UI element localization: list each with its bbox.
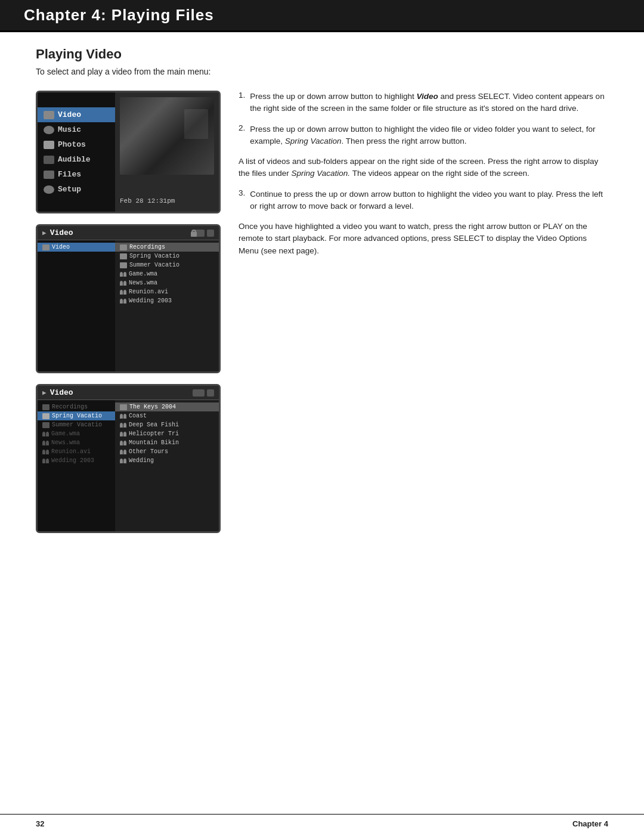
screen2-right-item-game: Game.wma <box>115 270 219 278</box>
screen1-menu-right: Feb 28 12:31pm <box>115 92 219 212</box>
file-dot2 <box>123 459 126 463</box>
screen2-recordings-label: Recordings <box>129 244 165 250</box>
folder-icon <box>120 253 127 259</box>
file-icon-pair <box>120 281 126 286</box>
screen3-right-mountain: Mountain Bikin <box>115 438 219 447</box>
screen2-title-text: Video <box>50 228 73 237</box>
screen3-device: ▶ Video Recordings <box>36 384 221 533</box>
file-icon-pair <box>120 450 126 454</box>
screen2-header-title: ▶ Video <box>42 228 73 237</box>
screen3-left-summer: Summer Vacatio <box>38 420 115 429</box>
folder-icon <box>120 262 127 268</box>
screen3-left-panel: Recordings Spring Vacatio Summer Vacatio <box>38 400 115 531</box>
screen2-left-item-video-label: Video <box>52 244 70 250</box>
folder-icon <box>120 404 127 410</box>
screen3-right-deepsea: Deep Sea Fishi <box>115 420 219 429</box>
steps-column: 1. Press the up or down arrow button to … <box>239 91 608 265</box>
folder-icon <box>120 244 127 250</box>
file-dot2 <box>46 459 49 463</box>
content-area: Video Music Photos Audible <box>36 91 608 533</box>
folder-open-icon <box>42 413 49 419</box>
step3-extra: Once you have highlighted a video you wa… <box>239 221 608 257</box>
menu-item-setup: Setup <box>38 182 115 197</box>
file-dot2 <box>46 432 49 436</box>
menu-item-video-label: Video <box>58 110 81 119</box>
menu-item-music: Music <box>38 122 115 137</box>
screen3-wedding-label: Wedding 2003 <box>51 457 94 464</box>
file-icon-pair <box>42 441 49 445</box>
file-dot1 <box>120 299 123 304</box>
screen2-summer-label: Summer Vacatio <box>129 262 179 268</box>
audible-icon <box>44 156 54 164</box>
screen3-spring-label: Spring Vacatio <box>52 413 102 419</box>
screen3-left-recordings: Recordings <box>38 402 115 411</box>
file-dot2 <box>46 441 49 445</box>
screen1-content: Video Music Photos Audible <box>38 92 219 212</box>
file-icon-pair <box>120 432 126 436</box>
screen2-wedding-label: Wedding 2003 <box>129 298 172 304</box>
step3-number: 3. <box>239 188 245 213</box>
screen2-news-label: News.wma <box>129 280 157 286</box>
screen3-header-title: ▶ Video <box>42 388 73 397</box>
folder-icon <box>42 244 49 250</box>
screen3-helicopter-label: Helicopter Tri <box>129 431 179 437</box>
file-dot1 <box>42 450 45 454</box>
photos-icon <box>44 141 54 149</box>
file-dot2 <box>123 290 126 295</box>
screen3-right-coast: Coast <box>115 411 219 420</box>
file-icon-pair <box>120 423 126 428</box>
file-dot1 <box>120 272 123 277</box>
file-dot2 <box>123 414 126 419</box>
screen3-deepsea-label: Deep Sea Fishi <box>129 422 179 428</box>
file-icon-pair <box>120 414 126 419</box>
screen2-reunion-label: Reunion.avi <box>129 289 168 295</box>
step1: 1. Press the up or down arrow button to … <box>239 91 608 115</box>
screen3-btn1 <box>193 389 205 397</box>
file-icon-pair <box>120 299 126 304</box>
screen2-right-item-wedding: Wedding 2003 <box>115 296 219 305</box>
menu-item-files: Files <box>38 167 115 182</box>
screen2-game-label: Game.wma <box>129 271 157 277</box>
screen1-timestamp: Feb 28 12:31pm <box>120 195 214 207</box>
screen3-keys-label: The Keys 2004 <box>129 404 176 410</box>
menu-item-photos-label: Photos <box>58 140 86 149</box>
screen2-header-controls <box>190 230 214 237</box>
file-icon-pair <box>42 432 49 436</box>
screen2-header-icon: ▶ <box>42 229 47 237</box>
screen2-left-panel: Video <box>38 240 115 371</box>
screen3-mountain-label: Mountain Bikin <box>129 439 179 446</box>
file-dot1 <box>120 450 123 454</box>
file-dot2 <box>46 450 49 454</box>
screen2-btn2 <box>207 230 214 237</box>
step2-extra: A list of videos and sub-folders appear … <box>239 156 608 180</box>
file-dot1 <box>120 423 123 428</box>
file-dot1 <box>42 459 45 463</box>
screen2-right-panel: Recordings Spring Vacatio Summer Vacatio <box>115 240 219 371</box>
file-dot2 <box>123 299 126 304</box>
screen2-left-item-video: Video <box>38 243 115 252</box>
screen1-preview-image <box>120 97 214 175</box>
step2-text: Press the up or down arrow button to hig… <box>250 123 608 148</box>
screen3-right-wedding: Wedding <box>115 456 219 465</box>
file-dot1 <box>120 432 123 436</box>
screen3-reunion-label: Reunion.avi <box>51 448 91 455</box>
file-dot1 <box>120 459 123 463</box>
setup-icon <box>44 185 54 194</box>
intro-text: To select and play a video from the main… <box>36 67 608 76</box>
screen1-menu-left: Video Music Photos Audible <box>38 92 115 212</box>
screen3-browser: Recordings Spring Vacatio Summer Vacatio <box>38 400 219 531</box>
header-rule <box>0 30 644 32</box>
file-icon-pair <box>42 450 49 454</box>
screen2-browser: Video Recordings Spring Vacatio <box>38 240 219 371</box>
chapter-header-text: Chapter 4: Playing Files <box>24 6 214 24</box>
footer-page-number: 32 <box>36 819 44 828</box>
video-icon <box>44 111 54 119</box>
music-icon <box>44 126 54 134</box>
screen2-device: ▶ Video <box>36 224 221 373</box>
file-dot2 <box>123 281 126 286</box>
menu-item-video: Video <box>38 107 115 122</box>
screen3-btn2 <box>207 389 214 397</box>
screen3-right-keys: The Keys 2004 <box>115 402 219 411</box>
menu-item-setup-label: Setup <box>58 185 81 194</box>
file-dot1 <box>120 281 123 286</box>
